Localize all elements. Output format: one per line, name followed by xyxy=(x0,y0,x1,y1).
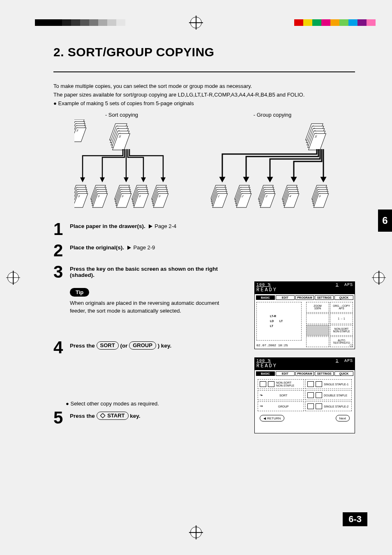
intro-line: To make multiple copies, you can select … xyxy=(53,82,355,91)
tab-settings[interactable]: SETTINGS xyxy=(315,295,334,300)
group-option[interactable]: ≡▾GROUP xyxy=(258,401,304,411)
tab-settings[interactable]: SETTINGS xyxy=(315,371,334,376)
step-number: 2 xyxy=(53,243,67,258)
simplex-cell[interactable]: 1 → 1 xyxy=(330,313,353,324)
paper-size: LT xyxy=(270,324,301,329)
step-number: 5 xyxy=(53,410,67,426)
ss-pct: 100 % xyxy=(256,283,271,287)
register-mark-icon xyxy=(190,527,202,538)
step-text-suffix: ) key. xyxy=(158,343,172,349)
double-staple-option[interactable]: DOUBLE STAPLE xyxy=(305,390,352,400)
tab-edit[interactable]: EDIT xyxy=(276,295,295,300)
sort-diagram: - Sort copying 1 2 3 4 5 xyxy=(74,112,169,214)
nonsort-cell[interactable]: NON-SORTNON-STAPLE xyxy=(330,325,353,336)
paper-size: LD xyxy=(270,320,274,322)
intro-line: The paper sizes available for sort/group… xyxy=(53,91,355,99)
ss-ready: READY xyxy=(256,363,277,369)
step-number: 1 xyxy=(53,221,67,237)
orientation-cell[interactable] xyxy=(306,313,329,324)
ss-aps: APS xyxy=(344,283,353,287)
step-number: 3 xyxy=(53,264,67,280)
greyscale-swatch-bar xyxy=(35,19,125,26)
register-mark-icon xyxy=(7,272,19,283)
chapter-tab: 6 xyxy=(378,210,392,232)
tab-quick[interactable]: QUICK xyxy=(334,295,353,300)
step-1: 1 Place paper in the drawer(s). Page 2-4 xyxy=(53,221,355,237)
color-swatch-bar xyxy=(294,19,376,26)
start-key: START xyxy=(97,412,129,420)
single-staple2-option[interactable]: SINGLE STAPLE-2 xyxy=(305,401,352,411)
step-text: Place paper in the drawer(s). xyxy=(70,223,145,229)
ss-ready: READY xyxy=(256,287,277,293)
step-text-suffix: key. xyxy=(130,413,140,419)
step-text: Place the original(s). xyxy=(70,244,124,251)
page-ref: Page 2-9 xyxy=(134,244,155,251)
svg-rect-80 xyxy=(100,413,105,418)
ss-aps: APS xyxy=(344,359,353,363)
paper-size: LT xyxy=(279,320,283,322)
tip-text: When originals are placed in the reversi… xyxy=(70,299,222,315)
step-text-mid: (or xyxy=(120,343,129,349)
paper-drawer-box: LT-R LD LT LT xyxy=(256,302,302,341)
ss-datetime: 02.07.2002 10:25 xyxy=(256,343,288,348)
intro-bullet: Example of making 5 sets of copies from … xyxy=(53,99,355,108)
sort-cell-shaded[interactable] xyxy=(306,325,329,336)
help-icon[interactable]: ⓘ xyxy=(350,343,353,348)
ss-tabs: BASIC EDIT PROGRAM SETTINGS QUICK xyxy=(255,370,355,377)
page-title: 2. SORT/GROUP COPYING xyxy=(53,45,355,59)
ss-pct: 100 % xyxy=(256,359,271,363)
tip-label: Tip xyxy=(70,288,89,297)
group-diagram-label: - Group copying xyxy=(211,112,334,118)
step-text-prefix: Press the xyxy=(70,413,97,419)
tab-edit[interactable]: EDIT xyxy=(276,371,295,376)
lcd-screenshot-sort: 100 % READY 1 APS BASIC EDIT PROGRAM SET… xyxy=(254,357,355,433)
single-staple1-option[interactable]: SINGLE STAPLE-1 xyxy=(305,379,352,389)
group-diagram: - Group copying 1 2 3 4 5 xyxy=(211,112,334,214)
ss-tabs: BASIC EDIT PROGRAM SETTINGS QUICK xyxy=(255,294,355,301)
lcd-screenshot-basic: 100 % READY 1 APS BASIC EDIT PROGRAM SET… xyxy=(254,281,355,349)
paper-size: LT-R xyxy=(270,314,301,319)
ss-qty: 1 xyxy=(336,283,339,287)
svg-rect-18 xyxy=(74,128,86,142)
tab-program[interactable]: PROGRAM xyxy=(295,295,314,300)
sort-diagram-label: - Sort copying xyxy=(74,112,169,118)
tab-program[interactable]: PROGRAM xyxy=(295,371,314,376)
nonsort-option[interactable]: NON-SORTNON-STAPLE xyxy=(258,379,304,389)
step-text: Press the key on the basic screen as sho… xyxy=(70,266,218,278)
pointer-icon xyxy=(127,246,131,250)
sort-key: SORT xyxy=(97,341,119,350)
step-text-prefix: Press the xyxy=(70,343,97,349)
tab-basic[interactable]: BASIC xyxy=(256,295,275,300)
intro-block: To make multiple copies, you can select … xyxy=(53,82,355,108)
page-ref: Page 2-4 xyxy=(154,223,176,229)
pointer-icon xyxy=(149,224,152,228)
next-button[interactable]: Next xyxy=(336,415,350,421)
orgcopy-cell[interactable]: ORG.→COPYAPS xyxy=(330,302,353,313)
register-mark-icon xyxy=(190,17,202,28)
diamond-icon xyxy=(100,413,105,418)
return-button[interactable]: ◀ RETURN xyxy=(260,415,284,421)
tab-quick[interactable]: QUICK xyxy=(334,371,353,376)
register-mark-icon xyxy=(373,272,385,283)
step-2: 2 Place the original(s). Page 2-9 xyxy=(53,243,355,258)
tab-basic[interactable]: BASIC xyxy=(256,371,275,376)
group-key: GROUP xyxy=(129,341,156,350)
zoom-cell[interactable]: ZOOM100% xyxy=(306,302,329,313)
sort-option[interactable]: ≡▸SORT xyxy=(258,390,304,400)
title-rule xyxy=(53,71,355,72)
ss-qty: 1 xyxy=(336,359,339,363)
step-number: 4 xyxy=(53,340,67,355)
